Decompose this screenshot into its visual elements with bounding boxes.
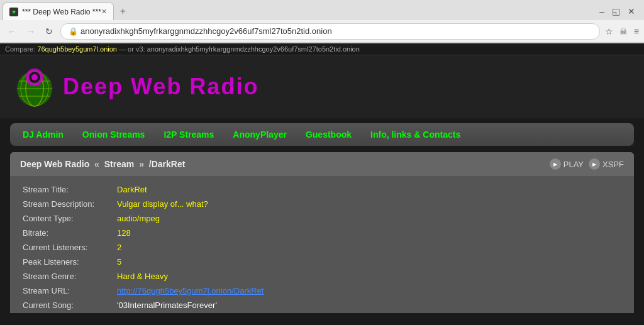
tab-bar: ★ *** Deep Web Radio *** ✕ + – ◱ ✕ xyxy=(0,0,644,20)
label-song: Current Song: xyxy=(23,300,117,310)
value-song: '03InternalPrimatesForever' xyxy=(117,300,217,310)
address-field[interactable]: 🔒 anonyradixhkgh5myfrkarggnmdzzhhcgoy2v6… xyxy=(60,23,600,40)
info-row-content-type: Content Type: audio/mpeg xyxy=(23,211,621,226)
breadcrumb-section: Stream xyxy=(104,159,134,169)
info-row-title: Stream Title: DarkRet xyxy=(23,182,621,197)
back-button[interactable]: ← xyxy=(5,25,19,38)
breadcrumb-sep1: « xyxy=(94,159,99,169)
toolbar-icons: ☆ ☠ ≡ xyxy=(605,26,639,36)
stream-section: Deep Web Radio « Stream » /DarkRet ▶ PLA… xyxy=(10,152,634,313)
browser-chrome: ★ *** Deep Web Radio *** ✕ + – ◱ ✕ ← → ↻… xyxy=(0,0,644,43)
nav-item-info[interactable]: Info, links & Contacts xyxy=(370,129,460,140)
play-label: PLAY xyxy=(564,160,584,169)
maximize-button[interactable]: ◱ xyxy=(612,6,620,16)
menu-icon[interactable]: ≡ xyxy=(634,26,639,36)
xspf-icon: ▶ xyxy=(589,158,600,170)
site-logo xyxy=(13,65,57,109)
label-description: Stream Description: xyxy=(23,199,117,209)
compare-sep-text: — or v3: xyxy=(119,45,145,53)
tab-title: *** Deep Web Radio *** xyxy=(22,8,101,16)
label-content-type: Content Type: xyxy=(23,214,117,223)
reload-button[interactable]: ↻ xyxy=(43,25,55,38)
tab-close-button[interactable]: ✕ xyxy=(101,8,107,16)
breadcrumb-site: Deep Web Radio xyxy=(20,159,89,169)
navigation-bar: DJ Admin Onion Streams I2P Streams Anony… xyxy=(10,123,634,146)
compare-bar: Compare: 76qugh5bey5gum7l.onion — or v3:… xyxy=(0,43,644,55)
compare-v2-address: 76qugh5bey5gum7l.onion xyxy=(37,45,117,53)
tab-favicon: ★ xyxy=(9,8,18,16)
compare-v3-address: anonyradixhkgh5myfrkarggnmdzzhhcgoy2v66u… xyxy=(147,45,360,53)
label-genre: Stream Genre: xyxy=(23,272,117,281)
value-genre: Hard & Heavy xyxy=(117,272,168,281)
nav-item-guestbook[interactable]: Guestbook xyxy=(306,129,352,140)
info-row-song: Current Song: '03InternalPrimatesForever… xyxy=(23,298,621,312)
value-peak-listeners: 5 xyxy=(117,257,121,267)
info-row-bitrate: Bitrate: 128 xyxy=(23,226,621,240)
label-current-listeners: Current Listeners: xyxy=(23,243,117,252)
address-text: anonyradixhkgh5myfrkarggnmdzzhhcgoy2v66u… xyxy=(80,26,592,36)
site-title: Deep Web Radio xyxy=(63,74,258,100)
nav-item-anony-player[interactable]: AnonyPlayer xyxy=(233,129,287,140)
address-bar: ← → ↻ 🔒 anonyradixhkgh5myfrkarggnmdzzhhc… xyxy=(0,20,644,43)
info-row-current-listeners: Current Listeners: 2 xyxy=(23,240,621,255)
stream-breadcrumb: Deep Web Radio « Stream » /DarkRet xyxy=(20,159,185,169)
play-button[interactable]: ▶ PLAY xyxy=(550,158,584,170)
browser-tab[interactable]: ★ *** Deep Web Radio *** ✕ xyxy=(3,3,114,20)
breadcrumb-sep2: » xyxy=(139,159,144,169)
value-description: Vulgar display of... what? xyxy=(117,199,208,209)
value-current-listeners: 2 xyxy=(117,243,121,252)
xspf-button[interactable]: ▶ XSPF xyxy=(589,158,624,170)
new-tab-button[interactable]: + xyxy=(116,6,130,17)
star-icon[interactable]: ☆ xyxy=(605,26,613,36)
info-row-peak-listeners: Peak Listeners: 5 xyxy=(23,255,621,269)
info-row-url: Stream URL: http://76qugh5bey5gum7l.onio… xyxy=(23,284,621,298)
forward-button[interactable]: → xyxy=(24,25,38,38)
value-content-type: audio/mpeg xyxy=(117,214,160,223)
stream-header: Deep Web Radio « Stream » /DarkRet ▶ PLA… xyxy=(10,152,634,176)
value-bitrate: 128 xyxy=(117,228,131,238)
minimize-button[interactable]: – xyxy=(599,6,604,16)
stream-actions: ▶ PLAY ▶ XSPF xyxy=(550,158,624,170)
shield-icon[interactable]: ☠ xyxy=(619,26,628,36)
page-content: Compare: 76qugh5bey5gum7l.onion — or v3:… xyxy=(0,43,644,313)
label-bitrate: Bitrate: xyxy=(23,228,117,238)
label-peak-listeners: Peak Listeners: xyxy=(23,257,117,267)
compare-label: Compare: xyxy=(5,45,35,53)
nav-item-dj-admin[interactable]: DJ Admin xyxy=(23,129,64,140)
info-row-genre: Stream Genre: Hard & Heavy xyxy=(23,269,621,284)
label-title: Stream Title: xyxy=(23,185,117,194)
xspf-label: XSPF xyxy=(602,160,624,169)
nav-item-i2p-streams[interactable]: I2P Streams xyxy=(164,129,214,140)
close-button[interactable]: ✕ xyxy=(628,6,635,16)
stream-info: Stream Title: DarkRet Stream Description… xyxy=(10,176,634,313)
breadcrumb-page: /DarkRet xyxy=(149,159,186,169)
site-header: Deep Web Radio xyxy=(0,55,644,118)
nav-item-onion-streams[interactable]: Onion Streams xyxy=(82,129,145,140)
logo-container: Deep Web Radio xyxy=(13,65,258,109)
value-url[interactable]: http://76qugh5bey5gum7l.onion/DarkRet xyxy=(117,286,264,295)
play-icon: ▶ xyxy=(550,158,561,170)
window-controls: – ◱ ✕ xyxy=(593,6,641,16)
value-title: DarkRet xyxy=(117,185,147,194)
svg-point-8 xyxy=(31,74,38,80)
info-row-description: Stream Description: Vulgar display of...… xyxy=(23,197,621,211)
label-url: Stream URL: xyxy=(23,286,117,295)
